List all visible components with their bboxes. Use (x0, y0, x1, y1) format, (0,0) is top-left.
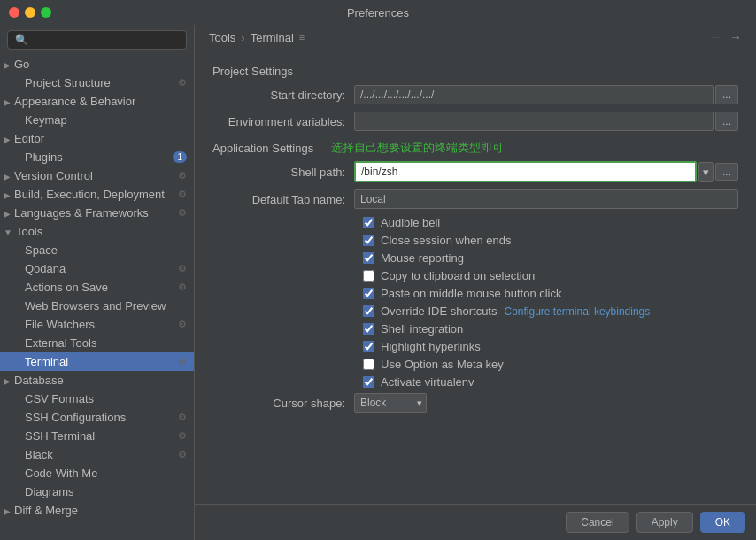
sidebar-item-project-structure[interactable]: Project Structure ⚙ (0, 73, 194, 92)
cursor-shape-label: Cursor shape: (212, 397, 354, 410)
forward-arrow[interactable]: → (729, 30, 742, 44)
shell-path-dropdown[interactable]: ▾ (698, 162, 714, 182)
apply-button[interactable]: Apply (636, 512, 693, 533)
sidebar-item-space[interactable]: Space (0, 241, 194, 259)
highlight-hyperlinks-row: Highlight hyperlinks (212, 340, 738, 353)
env-vars-field: ... (354, 112, 738, 131)
sidebar-item-appearance[interactable]: ▶Appearance & Behavior (0, 92, 194, 111)
cursor-shape-select-wrapper: Block Underline Vertical (354, 393, 427, 413)
sidebar-item-ssh-terminal[interactable]: SSH Terminal ⚙ (0, 427, 194, 445)
settings-icon: ⚙ (178, 263, 187, 274)
window-title: Preferences (347, 6, 409, 19)
breadcrumb-current: Terminal (251, 31, 294, 44)
mouse-reporting-checkbox[interactable] (363, 252, 374, 264)
app-settings-row: Application Settings 选择自己想要设置的终端类型即可 (212, 140, 738, 156)
shell-path-input[interactable] (354, 161, 697, 182)
activate-virtualenv-label: Activate virtualenv (381, 375, 474, 389)
close-session-checkbox[interactable] (363, 235, 374, 246)
settings-icon: ⚙ (178, 282, 187, 293)
maximize-button[interactable] (41, 7, 51, 18)
minimize-button[interactable] (25, 7, 35, 18)
project-settings-title: Project Settings (212, 65, 738, 78)
cursor-shape-row: Cursor shape: Block Underline Vertical (212, 393, 738, 413)
sidebar-item-keymap[interactable]: Keymap (0, 111, 194, 129)
start-directory-input[interactable] (354, 85, 714, 104)
sidebar-item-diagrams[interactable]: Diagrams (0, 482, 194, 501)
shell-path-row: Shell path: ▾ ... (212, 161, 738, 182)
settings-icon: ⚙ (178, 430, 187, 442)
sidebar-item-csv-formats[interactable]: CSV Formats (0, 390, 194, 408)
sidebar-item-database[interactable]: ▶Database (0, 371, 194, 390)
sidebar-item-external-tools[interactable]: External Tools (0, 334, 194, 352)
sidebar-item-tools[interactable]: ▼Tools (0, 222, 194, 241)
audible-bell-checkbox[interactable] (363, 217, 374, 228)
override-ide-checkbox[interactable] (363, 305, 374, 317)
shell-integration-checkbox[interactable] (363, 323, 374, 335)
copy-clipboard-checkbox[interactable] (363, 270, 374, 282)
cursor-shape-select[interactable]: Block Underline Vertical (354, 393, 427, 413)
copy-clipboard-label: Copy to clipboard on selection (381, 269, 535, 282)
start-directory-label: Start directory: (212, 89, 354, 102)
sidebar-item-code-with-me[interactable]: Code With Me (0, 464, 194, 482)
sidebar-item-go[interactable]: ▶Go (0, 55, 194, 73)
sidebar-item-web-browsers[interactable]: Web Browsers and Preview (0, 297, 194, 315)
copy-clipboard-row: Copy to clipboard on selection (212, 269, 738, 282)
sidebar-item-actions-on-save[interactable]: Actions on Save ⚙ (0, 278, 194, 297)
settings-icon: ⚙ (178, 170, 187, 181)
mouse-reporting-row: Mouse reporting (212, 251, 738, 265)
sidebar-item-languages[interactable]: ▶Languages & Frameworks ⚙ (0, 204, 194, 222)
sidebar-item-editor[interactable]: ▶Editor (0, 129, 194, 148)
env-vars-label: Environment variables: (212, 115, 354, 128)
configure-keybindings-link[interactable]: Configure terminal keybindings (505, 305, 651, 318)
paste-middle-checkbox[interactable] (363, 288, 374, 299)
search-input[interactable] (28, 34, 179, 46)
env-vars-input[interactable] (354, 112, 714, 131)
default-tab-label: Default Tab name: (212, 193, 354, 206)
settings-icon: ⚙ (178, 319, 187, 330)
back-arrow[interactable]: ← (710, 30, 722, 44)
settings-area: Project Settings Start directory: ... En… (195, 50, 756, 504)
search-box[interactable]: 🔍 (7, 30, 187, 50)
sidebar-item-diff-merge[interactable]: ▶Diff & Merge (0, 501, 194, 520)
sidebar-item-file-watchers[interactable]: File Watchers ⚙ (0, 315, 194, 334)
activate-virtualenv-checkbox[interactable] (363, 376, 374, 388)
close-button[interactable] (9, 7, 19, 18)
cursor-shape-field: Block Underline Vertical (354, 393, 427, 413)
sidebar-item-qodana[interactable]: Qodana ⚙ (0, 259, 194, 278)
paste-middle-row: Paste on middle mouse button click (212, 287, 738, 300)
start-directory-browse-button[interactable]: ... (715, 85, 738, 104)
preferences-window: Preferences 🔍 ▶Go Project Structure ⚙ ▶A… (0, 0, 756, 540)
bottom-bar: Cancel Apply OK (195, 504, 756, 540)
sidebar-item-version-control[interactable]: ▶Version Control ⚙ (0, 166, 194, 185)
shell-path-browse-button[interactable]: ... (715, 163, 738, 181)
ok-button[interactable]: OK (700, 512, 745, 533)
use-option-meta-label: Use Option as Meta key (381, 358, 504, 371)
activate-virtualenv-row: Activate virtualenv (212, 375, 738, 389)
env-vars-browse-button[interactable]: ... (715, 112, 738, 131)
settings-icon: ⚙ (178, 356, 187, 367)
override-ide-label: Override IDE shortcuts (381, 305, 498, 318)
env-vars-row: Environment variables: ... (212, 112, 738, 131)
shell-integration-label: Shell integration (381, 322, 463, 336)
sidebar-item-plugins[interactable]: Plugins 1 (0, 148, 194, 166)
breadcrumb-separator: › (241, 31, 244, 44)
sidebar-item-build[interactable]: ▶Build, Execution, Deployment ⚙ (0, 185, 194, 204)
sidebar-item-black[interactable]: Black ⚙ (0, 445, 194, 464)
audible-bell-row: Audible bell (212, 216, 738, 229)
shell-integration-row: Shell integration (212, 322, 738, 336)
traffic-lights (9, 7, 51, 18)
audible-bell-label: Audible bell (381, 216, 440, 229)
use-option-meta-checkbox[interactable] (363, 359, 374, 370)
sidebar-item-ssh-configurations[interactable]: SSH Configurations ⚙ (0, 408, 194, 427)
default-tab-input[interactable] (354, 189, 738, 209)
start-directory-row: Start directory: ... (212, 85, 738, 104)
cancel-button[interactable]: Cancel (566, 512, 629, 533)
main-panel: Tools › Terminal ≡ ← → Project Settings … (195, 25, 756, 540)
sidebar-item-terminal[interactable]: Terminal ⚙ (0, 352, 194, 371)
plugins-badge: 1 (173, 151, 187, 163)
use-option-meta-row: Use Option as Meta key (212, 358, 738, 371)
settings-icon: ⚙ (178, 207, 187, 219)
settings-icon: ⚙ (178, 412, 187, 423)
highlight-hyperlinks-checkbox[interactable] (363, 341, 374, 352)
sidebar: 🔍 ▶Go Project Structure ⚙ ▶Appearance & … (0, 25, 195, 540)
